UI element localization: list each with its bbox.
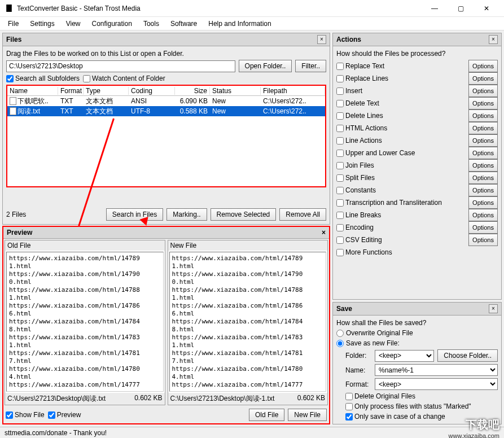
- action-options-button[interactable]: Options: [468, 209, 498, 221]
- menubar: File Settings View Configuration Tools S…: [0, 17, 504, 30]
- old-file-size: 0.602 KB: [134, 394, 162, 404]
- action-options-button[interactable]: Options: [468, 122, 498, 134]
- preview-panel-close-icon[interactable]: ×: [322, 229, 326, 236]
- file-table-body[interactable]: 下载吧软..TXT文本文档ANSI6.090 KBNewC:\Users\272…: [7, 96, 325, 186]
- save-folder-select[interactable]: <keep>: [375, 350, 434, 362]
- open-folder-button[interactable]: Open Folder..: [239, 60, 292, 72]
- filter-button[interactable]: Filter..: [295, 60, 326, 72]
- search-subfolders-checkbox[interactable]: [6, 75, 14, 82]
- only-change-checkbox[interactable]: [345, 413, 353, 421]
- action-options-button[interactable]: Options: [468, 159, 498, 172]
- old-file-button[interactable]: Old File: [249, 409, 284, 421]
- close-button[interactable]: ✕: [474, 0, 499, 17]
- save-name-select[interactable]: %name%-1: [375, 364, 498, 376]
- action-options-button[interactable]: Options: [468, 110, 498, 122]
- preview-panel-title: Preview: [7, 229, 32, 236]
- action-checkbox[interactable]: [336, 100, 344, 107]
- action-options-button[interactable]: Options: [468, 85, 498, 97]
- search-in-files-button[interactable]: Search in Files: [106, 208, 163, 221]
- action-checkbox[interactable]: [336, 212, 344, 219]
- status-text: sttmedia.com/donate - Thank you!: [5, 429, 107, 437]
- watermark: 下载吧: [466, 417, 499, 432]
- file-count: 2 Files: [6, 211, 26, 218]
- files-panel-title: Files: [6, 36, 21, 43]
- table-row[interactable]: 下载吧软..TXT文本文档ANSI6.090 KBNewC:\Users\272…: [7, 96, 325, 106]
- action-options-button[interactable]: Options: [468, 196, 498, 209]
- action-checkbox[interactable]: [336, 224, 344, 231]
- menu-software[interactable]: Software: [167, 19, 200, 29]
- file-icon: [10, 97, 16, 105]
- action-checkbox[interactable]: [336, 125, 344, 132]
- action-checkbox[interactable]: [336, 236, 344, 244]
- watermark-url: www.xiazaiba.com: [449, 432, 499, 438]
- save-panel-close-icon[interactable]: ×: [489, 304, 498, 313]
- file-icon: [10, 107, 16, 115]
- menu-file[interactable]: File: [5, 19, 22, 29]
- menu-view[interactable]: View: [63, 19, 84, 29]
- marking-button[interactable]: Marking..: [166, 208, 207, 221]
- watch-folder-checkbox[interactable]: [83, 75, 90, 82]
- action-checkbox[interactable]: [336, 75, 344, 82]
- menu-settings[interactable]: Settings: [27, 19, 58, 29]
- actions-hint: How should the Files be processed?: [336, 50, 498, 58]
- action-checkbox[interactable]: [336, 174, 344, 182]
- new-file-label: New File: [168, 240, 328, 251]
- old-file-content[interactable]: https://www.xiazaiba.com/html/14789 1.ht…: [6, 252, 164, 392]
- actions-panel-title: Actions: [336, 36, 361, 43]
- table-row[interactable]: 阅读.txtTXT文本文档UTF-80.588 KBNewC:\Users\27…: [7, 106, 325, 116]
- files-panel-close-icon[interactable]: ×: [317, 35, 326, 44]
- remove-selected-button[interactable]: Remove Selected: [211, 208, 277, 221]
- action-options-button[interactable]: Options: [468, 134, 498, 147]
- menu-tools[interactable]: Tools: [140, 19, 163, 29]
- new-file-path: C:\Users\27213\Desktop\阅读-1.txt: [170, 394, 275, 404]
- remove-all-button[interactable]: Remove All: [279, 208, 326, 221]
- action-options-button[interactable]: Options: [468, 221, 498, 234]
- action-options-button[interactable]: Options: [468, 72, 498, 85]
- only-marked-checkbox[interactable]: [345, 403, 353, 410]
- action-checkbox[interactable]: [336, 150, 344, 157]
- action-checkbox[interactable]: [336, 249, 344, 256]
- action-checkbox[interactable]: [336, 63, 344, 70]
- new-file-content[interactable]: https://www.xiazaiba.com/html/14789 1.ht…: [169, 252, 327, 392]
- file-table-header: NameFormatTypeCodingSizeStatusFilepath: [7, 86, 325, 96]
- new-file-size: 0.602 KB: [297, 394, 325, 404]
- old-file-label: Old File: [5, 240, 165, 251]
- action-options-button[interactable]: Options: [468, 234, 498, 246]
- action-checkbox[interactable]: [336, 162, 344, 169]
- files-hint: Drag the Files to be worked on to this L…: [6, 50, 326, 58]
- action-checkbox[interactable]: [336, 112, 344, 120]
- save-panel-title: Save: [336, 305, 352, 313]
- choose-folder-button[interactable]: Choose Folder..: [437, 349, 498, 362]
- action-options-button[interactable]: Options: [468, 60, 498, 72]
- app-icon: [5, 4, 14, 13]
- save-new-radio[interactable]: [336, 340, 344, 347]
- overwrite-radio[interactable]: [336, 330, 344, 337]
- action-options-button[interactable]: Options: [468, 147, 498, 159]
- action-options-button[interactable]: Options: [468, 184, 498, 196]
- action-options-button[interactable]: Options: [468, 97, 498, 110]
- save-format-select[interactable]: <keep>: [375, 378, 498, 390]
- action-options-button[interactable]: Options: [468, 172, 498, 184]
- window-title: TextConverter Basic - Stefan Trost Media: [17, 5, 422, 12]
- minimize-button[interactable]: —: [422, 0, 448, 17]
- show-file-checkbox[interactable]: [6, 411, 13, 419]
- action-checkbox[interactable]: [336, 87, 344, 95]
- delete-original-checkbox[interactable]: [345, 393, 353, 400]
- menu-configuration[interactable]: Configuration: [89, 19, 135, 29]
- preview-checkbox[interactable]: [48, 411, 55, 419]
- new-file-button[interactable]: New File: [288, 409, 327, 421]
- action-checkbox[interactable]: [336, 199, 344, 207]
- action-checkbox[interactable]: [336, 187, 344, 194]
- save-hint: How shall the Files be saved?: [336, 319, 498, 327]
- old-file-path: C:\Users\27213\Desktop\阅读.txt: [7, 394, 106, 404]
- maximize-button[interactable]: ▢: [448, 0, 474, 17]
- menu-help[interactable]: Help and Information: [205, 19, 274, 29]
- action-checkbox[interactable]: [336, 137, 344, 144]
- folder-path-input[interactable]: [6, 60, 235, 72]
- actions-panel-close-icon[interactable]: ×: [489, 35, 498, 44]
